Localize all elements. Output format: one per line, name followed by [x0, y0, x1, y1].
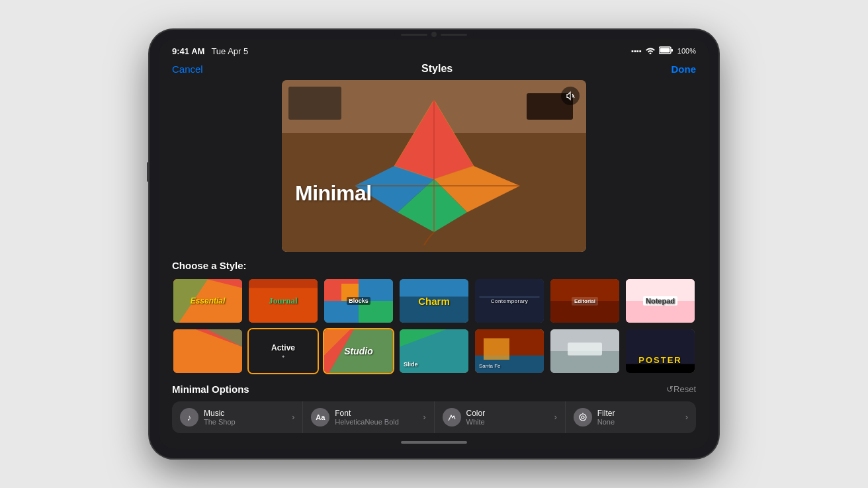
blocks-label: Blocks [347, 297, 370, 305]
essential-label: Essential [191, 296, 226, 305]
svg-rect-2 [660, 48, 670, 53]
filter-option-value: None [597, 418, 685, 426]
filter-option-name: Filter [597, 409, 685, 418]
active-style-label: Active [271, 343, 295, 352]
top-camera-area [394, 30, 474, 39]
music-option-name: Music [204, 409, 292, 418]
status-time: 9:41 AM [172, 46, 204, 56]
device-frame: 9:41 AM Tue Apr 5 ▪▪▪▪ [150, 30, 718, 458]
reset-button[interactable]: ↺Reset [666, 384, 696, 394]
svg-rect-12 [288, 87, 341, 120]
nav-bar: Cancel Styles Done [159, 60, 709, 80]
nav-title: Styles [421, 63, 453, 75]
mute-button[interactable] [561, 87, 580, 105]
style-contemporary[interactable]: Contemporary [474, 278, 545, 324]
charm-label: Charm [418, 296, 450, 307]
style-santafe[interactable]: Santa Fe [474, 328, 545, 374]
svg-rect-42 [484, 339, 509, 360]
choose-style-label: Choose a Style: [172, 260, 696, 271]
music-option-value: The Shop [204, 418, 292, 426]
style-minimal[interactable] [172, 328, 243, 374]
svg-rect-1 [671, 49, 673, 52]
option-filter[interactable]: Filter None › [566, 401, 696, 433]
done-button[interactable]: Done [672, 63, 697, 75]
status-date: Tue Apr 5 [211, 46, 248, 56]
options-title: Minimal Options [172, 384, 249, 395]
styles-row-2: Active + [172, 328, 696, 374]
volume-button [147, 162, 150, 182]
options-header: Minimal Options ↺Reset [172, 384, 696, 395]
option-font-text: Font HelveticaNeue Bold [335, 409, 423, 426]
style-blocks[interactable]: Blocks [323, 278, 394, 324]
wifi-icon [646, 47, 655, 56]
font-icon: Aa [311, 408, 329, 427]
slide-label: Slide [404, 361, 418, 368]
style-studio[interactable]: Studio [323, 328, 394, 374]
ipad-device: 9:41 AM Tue Apr 5 ▪▪▪▪ [150, 30, 718, 458]
front-camera [431, 32, 437, 37]
poster-label: POSTER [638, 355, 681, 365]
video-title-overlay: Minimal [295, 181, 372, 206]
status-left: 9:41 AM Tue Apr 5 [172, 46, 248, 56]
style-journal[interactable]: Journal [247, 278, 319, 324]
option-color-text: Color White [466, 409, 554, 426]
style-active[interactable]: Active + [247, 328, 319, 374]
styles-row-1: Essential Journal [172, 278, 696, 324]
options-row: ♪ Music The Shop › Aa Font [172, 401, 696, 433]
style-charm[interactable]: Charm [398, 278, 470, 324]
active-plus: + [282, 354, 285, 360]
color-option-value: White [466, 418, 554, 426]
status-bar: 9:41 AM Tue Apr 5 ▪▪▪▪ [159, 39, 709, 60]
contemporary-label: Contemporary [491, 298, 529, 304]
color-chevron-icon: › [554, 413, 557, 422]
color-icon [443, 408, 461, 427]
studio-label: Studio [344, 346, 373, 356]
svg-rect-47 [626, 364, 695, 374]
option-music[interactable]: ♪ Music The Shop › [172, 401, 303, 433]
font-chevron-icon: › [423, 413, 426, 422]
option-font[interactable]: Aa Font HelveticaNeue Bold › [303, 401, 434, 433]
option-color[interactable]: Color White › [435, 401, 566, 433]
kite-graphic [282, 80, 586, 252]
cancel-button[interactable]: Cancel [172, 63, 203, 75]
option-filter-text: Filter None [597, 409, 685, 426]
styles-grid: Essential Journal [172, 278, 696, 374]
filter-icon [574, 408, 592, 427]
main-content: Minimal Choose a Style: [159, 80, 709, 436]
color-option-name: Color [466, 409, 554, 418]
font-option-name: Font [335, 409, 423, 418]
notepad-label: Notepad [643, 296, 677, 305]
svg-point-49 [582, 416, 584, 419]
option-music-text: Music The Shop [204, 409, 292, 426]
style-editorial[interactable]: Editorial [549, 278, 621, 324]
svg-rect-45 [568, 343, 602, 356]
style-slide[interactable]: Slide [398, 328, 470, 374]
speaker-right [441, 34, 467, 36]
music-icon: ♪ [180, 408, 198, 427]
journal-label: Journal [269, 296, 297, 306]
ipad-screen: 9:41 AM Tue Apr 5 ▪▪▪▪ [159, 39, 709, 449]
filter-chevron-icon: › [685, 413, 688, 422]
style-notepad[interactable]: Notepad [625, 278, 696, 324]
editorial-label: Editorial [572, 297, 598, 305]
style-gray[interactable] [549, 328, 621, 374]
battery-icon [659, 46, 673, 56]
signal-icon: ▪▪▪▪ [631, 47, 642, 55]
options-section: Minimal Options ↺Reset ♪ Music The Shop … [172, 384, 696, 436]
style-poster[interactable]: POSTER [625, 328, 696, 374]
svg-point-48 [580, 414, 586, 421]
speaker [401, 34, 427, 36]
font-option-value: HelveticaNeue Bold [335, 418, 423, 426]
home-bar [401, 441, 467, 444]
video-preview[interactable]: Minimal [282, 80, 586, 252]
status-right: ▪▪▪▪ 100% [631, 46, 696, 56]
music-chevron-icon: › [292, 413, 294, 422]
santafe-label: Santa Fe [479, 363, 500, 369]
style-essential[interactable]: Essential [172, 278, 243, 324]
home-indicator [159, 436, 709, 449]
battery-percent: 100% [677, 47, 696, 55]
